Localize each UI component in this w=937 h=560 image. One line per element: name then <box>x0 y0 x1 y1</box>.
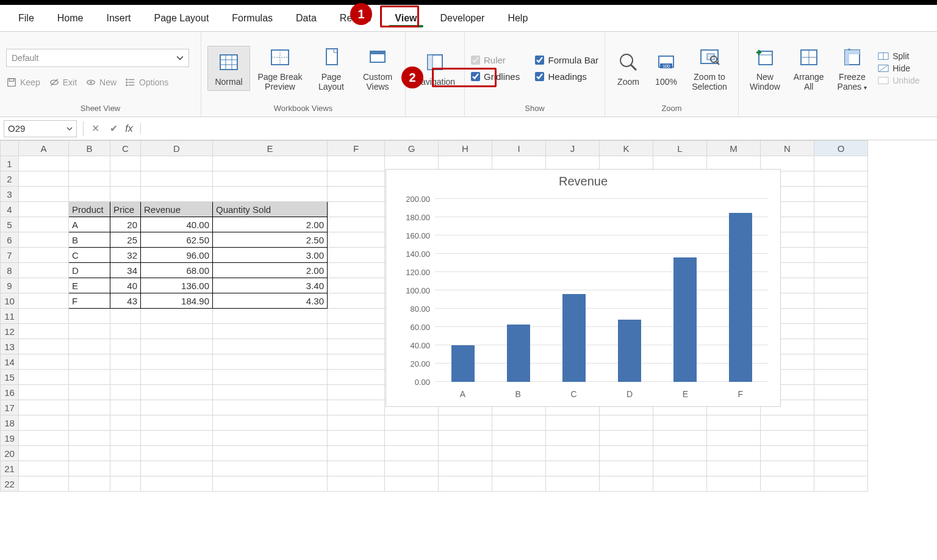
zoom-to-selection-button[interactable]: Zoom toSelection <box>687 41 732 95</box>
select-all-cell[interactable] <box>1 141 19 156</box>
cell-E14[interactable] <box>213 354 328 370</box>
cell-A20[interactable] <box>19 446 69 461</box>
row-header-22[interactable]: 22 <box>1 476 19 492</box>
cell-O10[interactable] <box>814 293 868 309</box>
chart-bar-B[interactable] <box>507 325 530 382</box>
name-box[interactable]: O29 <box>4 120 77 137</box>
cell-C21[interactable] <box>110 461 141 476</box>
cell-I20[interactable] <box>492 446 546 461</box>
cell-D2[interactable] <box>141 171 213 187</box>
cell-L19[interactable] <box>653 431 707 446</box>
col-header-D[interactable]: D <box>141 141 213 156</box>
cell-B6[interactable]: B <box>69 232 110 248</box>
cell-D5[interactable]: 40.00 <box>141 217 213 232</box>
cell-K22[interactable] <box>600 476 653 492</box>
cell-F18[interactable] <box>328 415 385 431</box>
cell-C16[interactable] <box>110 385 141 400</box>
col-header-I[interactable]: I <box>492 141 546 156</box>
cell-N22[interactable] <box>761 476 814 492</box>
cell-C2[interactable] <box>110 171 141 187</box>
cell-B1[interactable] <box>69 156 110 171</box>
cell-F12[interactable] <box>328 324 385 339</box>
row-header-21[interactable]: 21 <box>1 461 19 476</box>
cell-C19[interactable] <box>110 431 141 446</box>
cell-C9[interactable]: 40 <box>110 278 141 293</box>
cell-K18[interactable] <box>600 415 653 431</box>
cell-A9[interactable] <box>19 278 69 293</box>
cell-C7[interactable]: 32 <box>110 248 141 263</box>
cell-O3[interactable] <box>814 187 868 202</box>
col-header-G[interactable]: G <box>385 141 439 156</box>
cell-F17[interactable] <box>328 400 385 415</box>
cell-F14[interactable] <box>328 354 385 370</box>
cell-F4[interactable] <box>328 202 385 217</box>
cell-K19[interactable] <box>600 431 653 446</box>
cell-A1[interactable] <box>19 156 69 171</box>
col-header-B[interactable]: B <box>69 141 110 156</box>
cell-O15[interactable] <box>814 370 868 385</box>
cell-C4[interactable]: Price <box>110 202 141 217</box>
cell-C8[interactable]: 34 <box>110 263 141 278</box>
cell-O5[interactable] <box>814 217 868 232</box>
cell-F11[interactable] <box>328 309 385 324</box>
cell-A10[interactable] <box>19 293 69 309</box>
cell-O9[interactable] <box>814 278 868 293</box>
col-header-C[interactable]: C <box>110 141 141 156</box>
cell-F3[interactable] <box>328 187 385 202</box>
cell-E11[interactable] <box>213 309 328 324</box>
normal-view-button[interactable]: Normal <box>207 46 250 91</box>
cell-C12[interactable] <box>110 324 141 339</box>
cell-A22[interactable] <box>19 476 69 492</box>
formula-input[interactable] <box>141 120 937 137</box>
col-header-M[interactable]: M <box>707 141 761 156</box>
cell-D21[interactable] <box>141 461 213 476</box>
cell-O6[interactable] <box>814 232 868 248</box>
tab-file[interactable]: File <box>7 7 45 30</box>
row-header-17[interactable]: 17 <box>1 400 19 415</box>
cell-G22[interactable] <box>385 476 439 492</box>
cell-J22[interactable] <box>546 476 600 492</box>
cell-A13[interactable] <box>19 339 69 354</box>
tab-developer[interactable]: Developer <box>429 7 495 30</box>
cell-G21[interactable] <box>385 461 439 476</box>
col-header-H[interactable]: H <box>439 141 492 156</box>
navigation-button[interactable]: Navigation <box>412 46 458 90</box>
cell-K20[interactable] <box>600 446 653 461</box>
cell-F9[interactable] <box>328 278 385 293</box>
cell-O16[interactable] <box>814 385 868 400</box>
cell-E3[interactable] <box>213 187 328 202</box>
cell-B19[interactable] <box>69 431 110 446</box>
cell-F8[interactable] <box>328 263 385 278</box>
col-header-L[interactable]: L <box>653 141 707 156</box>
row-header-5[interactable]: 5 <box>1 217 19 232</box>
page-layout-button[interactable]: Page Layout <box>310 41 353 95</box>
cell-E7[interactable]: 3.00 <box>213 248 328 263</box>
cell-B7[interactable]: C <box>69 248 110 263</box>
cell-B20[interactable] <box>69 446 110 461</box>
cell-B9[interactable]: E <box>69 278 110 293</box>
cell-H20[interactable] <box>439 446 492 461</box>
cell-B4[interactable]: Product <box>69 202 110 217</box>
cell-E18[interactable] <box>213 415 328 431</box>
embedded-chart[interactable]: Revenue 0.0020.0040.0060.0080.00100.0012… <box>386 169 781 407</box>
cell-H19[interactable] <box>439 431 492 446</box>
cell-J21[interactable] <box>546 461 600 476</box>
col-header-A[interactable]: A <box>19 141 69 156</box>
cell-E6[interactable]: 2.50 <box>213 232 328 248</box>
row-header-20[interactable]: 20 <box>1 446 19 461</box>
cell-H18[interactable] <box>439 415 492 431</box>
cell-C15[interactable] <box>110 370 141 385</box>
cell-G18[interactable] <box>385 415 439 431</box>
chart-bar-C[interactable] <box>562 294 586 382</box>
cell-C10[interactable]: 43 <box>110 293 141 309</box>
cell-D1[interactable] <box>141 156 213 171</box>
cell-O18[interactable] <box>814 415 868 431</box>
cell-A11[interactable] <box>19 309 69 324</box>
chart-bar-E[interactable] <box>673 257 697 382</box>
row-header-19[interactable]: 19 <box>1 431 19 446</box>
cell-G19[interactable] <box>385 431 439 446</box>
cell-A5[interactable] <box>19 217 69 232</box>
cell-O11[interactable] <box>814 309 868 324</box>
sheetview-options-button[interactable]: Options <box>125 77 168 88</box>
cell-I18[interactable] <box>492 415 546 431</box>
